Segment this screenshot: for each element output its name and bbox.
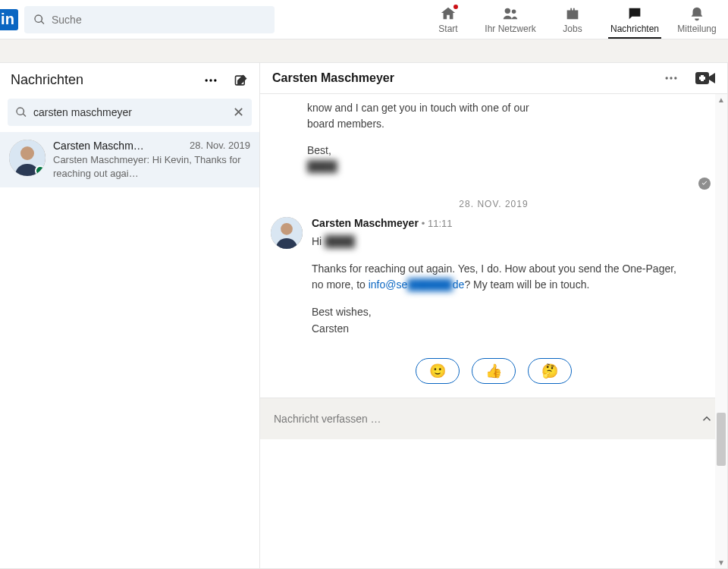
video-call-icon[interactable] (695, 71, 715, 86)
global-header: in Start Ihr Netzwerk Jobs (0, 0, 728, 39)
svg-point-3 (209, 79, 212, 81)
search-icon (15, 106, 27, 118)
svg-point-15 (281, 223, 293, 235)
svg-point-8 (666, 77, 668, 79)
svg-rect-13 (699, 77, 705, 80)
chat-icon (626, 5, 644, 22)
msg-text: ? My team will be in touch. (464, 278, 589, 291)
message-header: Carsten Maschmeyer • 11:11 (312, 217, 688, 229)
conversation-search[interactable]: ✕ (8, 99, 252, 126)
scrollbar-thumb[interactable] (717, 413, 726, 466)
clear-search-icon[interactable]: ✕ (233, 104, 244, 121)
svg-point-0 (505, 8, 510, 13)
composer-placeholder[interactable]: Nachricht verfassen … (274, 413, 692, 425)
conversation-name: Carsten Maschm… (53, 140, 144, 152)
conversation-list-panel: Nachrichten ✕ (0, 62, 260, 569)
linkedin-logo[interactable]: in (0, 9, 18, 30)
prior-message-fragment: know and I can get you in touch with one… (260, 97, 727, 193)
nav-network[interactable]: Ihr Netzwerk (479, 0, 541, 39)
nav-notifications[interactable]: Mitteilung (666, 0, 728, 39)
scroll-down-icon[interactable]: ▼ (717, 558, 725, 567)
thread-header: Carsten Maschmeyer (260, 63, 727, 94)
date-separator: 28. NOV. 2019 (260, 193, 727, 217)
message-sender: Carsten Maschmeyer (312, 217, 419, 229)
msg-text: Hi (312, 235, 325, 247)
chevron-up-icon[interactable] (700, 412, 714, 426)
scroll-up-icon[interactable]: ▲ (717, 96, 725, 104)
svg-point-10 (674, 77, 676, 79)
nav-home[interactable]: Start (417, 0, 479, 39)
global-search[interactable] (24, 6, 275, 33)
msg-text: board members. (307, 118, 384, 130)
reaction-bar: 🙂 👍 🤔 (260, 347, 727, 398)
people-icon (501, 5, 519, 22)
compose-icon[interactable] (234, 73, 249, 88)
msg-text: know and I can get you in touch with one… (307, 102, 529, 114)
nav-home-label: Start (438, 24, 457, 34)
svg-point-1 (512, 9, 516, 14)
conversation-list-title: Nachrichten (11, 72, 83, 88)
primary-nav: Start Ihr Netzwerk Jobs Nachrichten Mitt… (417, 0, 728, 39)
briefcase-icon (563, 5, 582, 22)
conversation-date: 28. Nov. 2019 (190, 140, 250, 152)
bell-icon (688, 5, 706, 22)
global-search-input[interactable] (52, 14, 265, 26)
avatar[interactable] (271, 217, 303, 249)
redacted-name: ████ (307, 160, 337, 172)
presence-indicator (35, 165, 46, 176)
message-composer[interactable]: Nachricht verfassen … (260, 398, 727, 439)
thread-panel: Carsten Maschmeyer know and I can get yo… (260, 62, 728, 569)
redacted-name: ████ (325, 235, 355, 247)
message-time: 11:11 (428, 218, 453, 229)
msg-text: Carsten (312, 322, 349, 335)
nav-jobs-label: Jobs (563, 24, 582, 34)
reaction-thinking-button[interactable]: 🤔 (528, 358, 572, 384)
nav-notifications-label: Mitteilung (677, 24, 716, 34)
svg-point-7 (20, 146, 34, 160)
messaging-main: Nachrichten ✕ (0, 39, 728, 569)
thread-scroll-area[interactable]: know and I can get you in touch with one… (260, 94, 727, 568)
svg-point-9 (670, 77, 672, 79)
scrollbar[interactable]: ▲ ▼ (715, 94, 727, 568)
nav-messaging[interactable]: Nachrichten (604, 0, 666, 39)
message-body: Hi ████ Thanks for reaching out again. Y… (312, 234, 688, 337)
more-icon[interactable] (203, 73, 218, 88)
conversation-preview: Carsten Maschmeyer: Hi Kevin, Thanks for… (53, 153, 250, 180)
svg-point-2 (206, 79, 208, 81)
svg-point-4 (214, 79, 216, 81)
message-item: Carsten Maschmeyer • 11:11 Hi ████ Thank… (260, 217, 727, 347)
read-receipt-icon (698, 178, 711, 190)
msg-text: Best, (307, 144, 331, 156)
conversation-list-header: Nachrichten (0, 63, 259, 96)
msg-text: Best wishes, (312, 306, 372, 318)
thread-title: Carsten Maschmeyer (272, 71, 394, 85)
conversation-search-input[interactable] (33, 106, 227, 118)
nav-messaging-label: Nachrichten (610, 24, 659, 34)
conversation-item[interactable]: Carsten Maschm… 28. Nov. 2019 Carsten Ma… (0, 132, 259, 187)
nav-jobs[interactable]: Jobs (541, 0, 604, 39)
avatar (9, 140, 46, 176)
reaction-thumbs-button[interactable]: 👍 (472, 358, 516, 384)
email-link[interactable]: info@se██████de (369, 278, 465, 291)
reaction-smile-button[interactable]: 🙂 (416, 358, 460, 384)
more-icon[interactable] (664, 71, 679, 86)
nav-network-label: Ihr Netzwerk (485, 24, 535, 34)
home-badge (452, 3, 460, 11)
search-icon (33, 14, 52, 26)
